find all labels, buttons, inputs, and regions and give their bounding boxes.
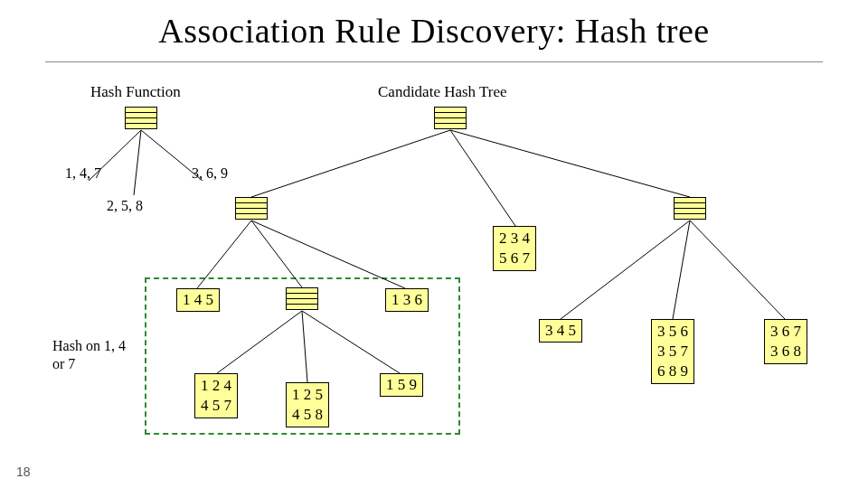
label-candidate-tree: Candidate Hash Tree bbox=[378, 83, 507, 101]
page-number: 18 bbox=[16, 465, 31, 479]
label-branch-mid: 2, 5, 8 bbox=[107, 198, 143, 214]
highlight-box bbox=[145, 277, 460, 435]
tree-root-icon bbox=[434, 107, 467, 129]
leaf-row: 3 6 8 bbox=[770, 342, 801, 361]
label-hash-on: Hash on 1, 4 or 7 bbox=[52, 337, 126, 373]
label-hash-function: Hash Function bbox=[90, 83, 181, 101]
leaf-row: 3 5 6 bbox=[657, 322, 688, 342]
label-branch-right: 3, 6, 9 bbox=[192, 165, 228, 182]
leaf-row: 2 3 4 bbox=[499, 229, 530, 249]
svg-line-3 bbox=[251, 130, 450, 197]
svg-line-14 bbox=[690, 221, 785, 319]
svg-line-4 bbox=[450, 130, 515, 226]
svg-line-5 bbox=[450, 130, 690, 197]
leaf-367-368: 3 6 7 3 6 8 bbox=[764, 319, 807, 364]
tree-node-right-icon bbox=[674, 197, 706, 220]
leaf-356-357-689: 3 5 6 3 5 7 6 8 9 bbox=[651, 319, 694, 384]
slide: Association Rule Discovery: Hash tree Ha… bbox=[0, 0, 868, 488]
leaf-345: 3 4 5 bbox=[539, 319, 582, 343]
svg-line-13 bbox=[673, 221, 690, 319]
leaf-row: 5 6 7 bbox=[499, 249, 530, 268]
leaf-row: 3 6 7 bbox=[770, 322, 801, 342]
tree-node-left-icon bbox=[235, 197, 268, 220]
title-rule bbox=[45, 61, 823, 62]
leaf-row: 6 8 9 bbox=[657, 361, 688, 381]
svg-line-12 bbox=[561, 221, 690, 319]
leaf-row: 3 5 7 bbox=[657, 342, 688, 361]
leaf-234-567: 2 3 4 5 6 7 bbox=[493, 226, 536, 271]
svg-line-1 bbox=[134, 130, 141, 195]
hash-function-node-icon bbox=[125, 107, 157, 129]
page-title: Association Rule Discovery: Hash tree bbox=[0, 11, 868, 51]
label-branch-left: 1, 4, 7 bbox=[65, 165, 101, 182]
